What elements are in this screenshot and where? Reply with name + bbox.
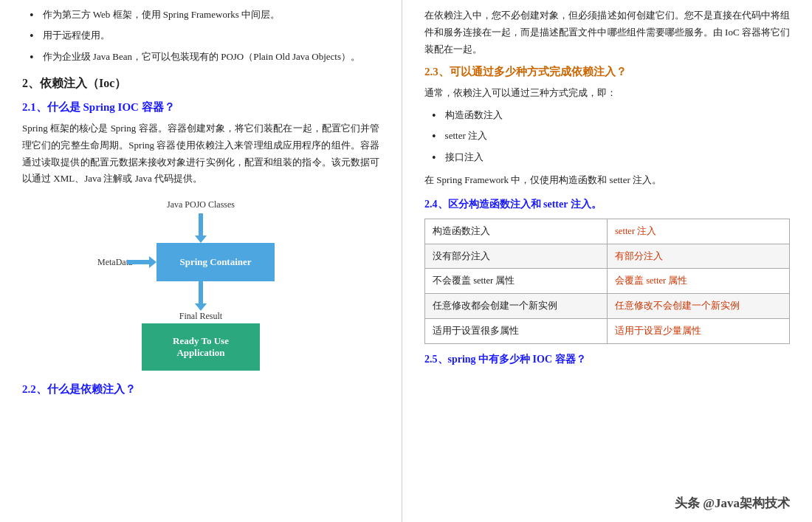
bullet-list-top: 作为第三方 Web 框架，使用 Spring Frameworks 中间层。 用… — [22, 7, 379, 66]
section24-heading: 2.4、区分构造函数注入和 setter 注入。 — [424, 198, 790, 211]
injection-method-2: setter 注入 — [424, 128, 790, 145]
table-row2-col2: 会覆盖 setter 属性 — [608, 269, 790, 294]
ready-to-use-box: Ready To Use Application — [142, 323, 260, 371]
table-row1-col1: 没有部分注入 — [425, 244, 608, 269]
injection-methods-list: 构造函数注入 setter 注入 接口注入 — [424, 108, 790, 166]
table-row-4: 适用于设置很多属性 适用于设置少量属性 — [425, 318, 790, 343]
arrow-down-spring — [196, 281, 206, 311]
table-row2-col1: 不会覆盖 setter 属性 — [425, 269, 608, 294]
arrow-down-pojo — [196, 213, 206, 243]
left-column: 作为第三方 Web 框架，使用 Spring Frameworks 中间层。 用… — [0, 0, 402, 522]
spring-diagram: Java POJO Classes MetaData Spring Contai… — [97, 199, 304, 371]
table-header-row: 构造函数注入 setter 注入 — [425, 219, 790, 244]
bullet-item-3: 作为企业级 Java Bean，它可以包装现有的 POJO（Plain Old … — [22, 49, 379, 66]
arrow-right-metadata — [127, 257, 156, 267]
section2-heading: 2、依赖注入（Ioc） — [22, 76, 379, 92]
watermark: 头条 @Java架构技术 — [675, 495, 790, 512]
table-row-2: 不会覆盖 setter 属性 会覆盖 setter 属性 — [425, 269, 790, 294]
table-row4-col2: 适用于设置少量属性 — [608, 318, 790, 343]
section25-heading: 2.5、spring 中有多少种 IOC 容器？ — [424, 353, 790, 366]
section23-intro: 通常，依赖注入可以通过三种方式完成，即： — [424, 85, 790, 102]
table-row3-col2: 任意修改不会创建一个新实例 — [608, 294, 790, 319]
section23-note: 在 Spring Framework 中，仅使用构造函数和 setter 注入。 — [424, 172, 790, 189]
right-intro-text: 在依赖注入中，您不必创建对象，但必须描述如何创建它们。您不是直接在代码中将组件和… — [424, 7, 790, 58]
bullet-item-1: 作为第三方 Web 框架，使用 Spring Frameworks 中间层。 — [22, 7, 379, 24]
bullet-item-2: 用于远程使用。 — [22, 28, 379, 44]
section21-body: Spring 框架的核心是 Spring 容器。容器创建对象，将它们装配在一起，… — [22, 120, 379, 188]
final-result-label: Final Result — [179, 311, 222, 322]
injection-method-1: 构造函数注入 — [424, 108, 790, 124]
right-column: 在依赖注入中，您不必创建对象，但必须描述如何创建它们。您不是直接在代码中将组件和… — [402, 0, 812, 522]
section21-heading: 2.1、什么是 Spring IOC 容器？ — [22, 100, 379, 114]
section22-heading: 2.2、什么是依赖注入？ — [22, 382, 379, 396]
comparison-table: 构造函数注入 setter 注入 没有部分注入 有部分注入 不会覆盖 sette… — [424, 219, 790, 344]
table-row4-col1: 适用于设置很多属性 — [425, 318, 608, 343]
spring-container-box: Spring Container — [156, 243, 275, 281]
table-row-1: 没有部分注入 有部分注入 — [425, 244, 790, 269]
diagram-top-label: Java POJO Classes — [167, 199, 235, 210]
section23-heading: 2.3、可以通过多少种方式完成依赖注入？ — [424, 65, 790, 79]
table-row1-col2: 有部分注入 — [608, 244, 790, 269]
table-row-3: 任意修改都会创建一个新实例 任意修改不会创建一个新实例 — [425, 294, 790, 319]
injection-method-3: 接口注入 — [424, 150, 790, 166]
table-col1-header: 构造函数注入 — [425, 219, 608, 244]
table-row3-col1: 任意修改都会创建一个新实例 — [425, 294, 608, 319]
table-col2-header: setter 注入 — [608, 219, 790, 244]
diagram-middle-row: MetaData Spring Container — [97, 243, 304, 281]
